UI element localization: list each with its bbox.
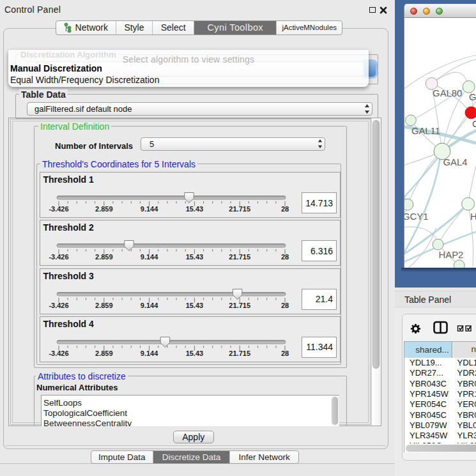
- svg-text:C: C: [472, 118, 476, 128]
- svg-text:HAP2: HAP2: [439, 250, 464, 260]
- svg-text:G.: G.: [469, 92, 476, 102]
- svg-text:GAL4: GAL4: [443, 157, 467, 167]
- svg-text:H: H: [470, 211, 476, 222]
- svg-text:GAL80: GAL80: [433, 88, 462, 98]
- svg-text:GAL11: GAL11: [411, 126, 440, 136]
- svg-text:GCY1: GCY1: [404, 211, 428, 221]
